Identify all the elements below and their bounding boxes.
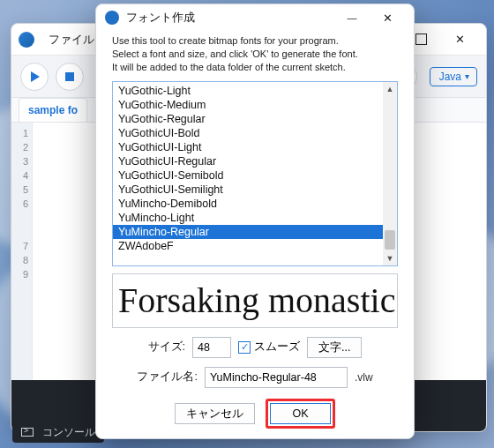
dialog-app-icon — [105, 11, 119, 25]
scroll-up-icon[interactable]: ▲ — [383, 82, 397, 96]
dialog-instructions: Use this tool to create bitmap fonts for… — [112, 34, 398, 74]
line-number — [11, 211, 32, 225]
create-font-dialog: フォント作成 Use this tool to create bitmap fo… — [95, 4, 415, 439]
line-number: 6 — [11, 197, 32, 211]
line-number: 1 — [11, 126, 32, 140]
mode-label: Java — [439, 71, 461, 83]
smooth-checkbox[interactable]: ✓ スムーズ — [238, 340, 300, 355]
scroll-track[interactable] — [383, 96, 397, 251]
smooth-label: スムーズ — [254, 340, 300, 355]
console-label: コンソール — [42, 425, 95, 440]
line-number: 5 — [11, 183, 32, 197]
line-number: 7 — [11, 239, 32, 253]
font-preview: Forsaking monastic — [112, 273, 398, 328]
play-icon — [31, 71, 40, 82]
font-list-item[interactable]: YuGothicUI-Light — [113, 140, 397, 154]
font-list[interactable]: YuGothic-LightYuGothic-MediumYuGothic-Re… — [112, 81, 398, 266]
font-list-item[interactable]: YuGothicUI-Semilight — [113, 183, 397, 197]
ok-button[interactable]: OK — [270, 403, 330, 424]
console-icon — [21, 428, 34, 437]
font-list-item[interactable]: YuGothicUI-Bold — [113, 126, 397, 140]
font-list-item[interactable]: YuGothicUI-Semibold — [113, 168, 397, 183]
cancel-button[interactable]: キャンセル — [175, 403, 255, 424]
console-bar[interactable]: コンソール — [12, 422, 104, 443]
font-list-item[interactable]: YuMincho-Demibold — [113, 197, 397, 211]
stop-icon — [65, 72, 74, 81]
font-list-item[interactable]: ZWAdobeF — [113, 239, 397, 253]
mode-selector[interactable]: Java — [430, 67, 477, 86]
line-number — [11, 225, 32, 239]
font-list-item[interactable]: YuMincho-Regular — [113, 225, 397, 239]
stop-button[interactable] — [56, 63, 84, 91]
font-list-item[interactable]: YuGothicUI-Regular — [113, 154, 397, 168]
sketch-tab[interactable]: sample fo — [19, 98, 87, 122]
scroll-thumb[interactable] — [385, 230, 395, 250]
processing-app-icon — [19, 32, 34, 48]
line-number: 3 — [11, 154, 32, 168]
font-list-item[interactable]: YuMincho-Light — [113, 211, 397, 225]
font-list-item[interactable]: YuGothic-Light — [113, 84, 397, 98]
font-list-item[interactable]: YuGothic-Medium — [113, 98, 397, 112]
line-number: 9 — [11, 267, 32, 281]
line-number: 4 — [11, 168, 32, 183]
font-list-item[interactable]: YuGothic-Regular — [113, 112, 397, 126]
checkbox-check-icon: ✓ — [238, 341, 251, 354]
size-input[interactable] — [192, 337, 231, 358]
dialog-title: フォント作成 — [126, 10, 195, 26]
ok-button-highlight: OK — [266, 399, 334, 429]
line-number: 2 — [11, 140, 32, 154]
line-gutter: 123456789 — [11, 123, 33, 380]
filename-input[interactable] — [205, 367, 348, 388]
filename-label: ファイル名: — [137, 370, 197, 385]
font-list-scrollbar[interactable]: ▲ ▼ — [383, 82, 397, 265]
size-label: サイズ: — [148, 340, 185, 355]
filename-extension: .vlw — [355, 371, 373, 384]
scroll-down-icon[interactable]: ▼ — [383, 251, 397, 265]
line-number: 8 — [11, 253, 32, 267]
editor-close-button[interactable] — [440, 26, 479, 54]
characters-button[interactable]: 文字... — [307, 337, 362, 358]
menu-file[interactable]: ファイル — [41, 28, 101, 51]
run-button[interactable] — [20, 63, 49, 91]
dialog-close-button[interactable] — [370, 4, 405, 31]
dialog-titlebar: フォント作成 — [96, 4, 414, 31]
dialog-minimize-button[interactable] — [334, 4, 370, 31]
